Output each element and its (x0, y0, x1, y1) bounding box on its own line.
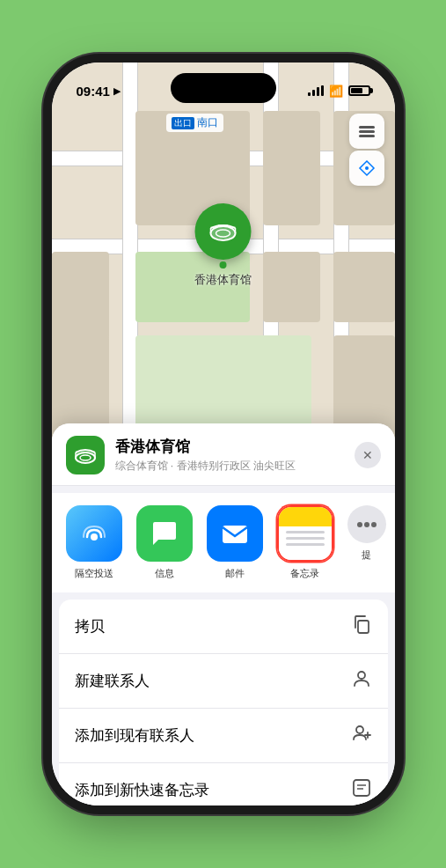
mail-label: 邮件 (225, 567, 245, 580)
venue-info: 香港体育馆 综合体育馆 · 香港特别行政区 油尖旺区 (115, 437, 344, 474)
more-circles-icon (356, 521, 377, 528)
location-arrow-icon (358, 159, 376, 177)
action-add-notes-label: 添加到新快速备忘录 (75, 780, 209, 800)
add-contact-icon (351, 723, 372, 748)
location-icon: ▶ (113, 85, 121, 97)
map-block2 (263, 111, 320, 225)
wifi-icon: 📶 (329, 85, 343, 98)
notes-icon-bg (279, 507, 332, 560)
svg-point-20 (358, 672, 365, 679)
venue-name: 香港体育馆 (115, 437, 344, 457)
svg-point-3 (365, 166, 369, 170)
svg-rect-9 (218, 224, 229, 226)
map-label-badge: 出口 (172, 117, 194, 129)
airdrop-label: 隔空投送 (75, 567, 113, 580)
svg-rect-19 (358, 621, 369, 633)
share-more[interactable]: 提 (347, 505, 386, 562)
notes-line-1 (286, 531, 325, 533)
share-mail[interactable]: 邮件 (207, 505, 263, 580)
location-pin: 香港体育馆 (194, 203, 252, 288)
share-message[interactable]: 信息 (136, 505, 193, 580)
close-button[interactable]: ✕ (355, 442, 381, 468)
copy-icon (351, 614, 372, 639)
message-label: 信息 (155, 567, 174, 580)
svg-point-10 (76, 452, 95, 463)
svg-point-11 (80, 455, 91, 460)
pin-dot (220, 261, 227, 268)
map-location-button[interactable] (349, 151, 384, 186)
pin-circle (195, 203, 252, 260)
notes-label: 备忘录 (290, 567, 319, 580)
notes-line-2 (286, 537, 325, 540)
map-controls[interactable] (349, 114, 384, 186)
sheet-header: 香港体育馆 综合体育馆 · 香港特别行政区 油尖旺区 ✕ (52, 423, 395, 486)
map-block6 (333, 252, 395, 322)
dynamic-island (171, 73, 276, 103)
bottom-sheet: 香港体育馆 综合体育馆 · 香港特别行政区 油尖旺区 ✕ 隔空投送 (52, 423, 395, 805)
notes-icon-outer (277, 505, 333, 562)
new-contact-icon (351, 668, 372, 694)
pin-label: 香港体育馆 (194, 272, 252, 288)
map-area: 出口 南口 (52, 63, 395, 450)
svg-point-14 (91, 533, 98, 541)
share-notes[interactable]: 备忘录 (277, 505, 333, 580)
signal-bars-icon (308, 85, 324, 96)
notes-icon-body (279, 526, 332, 560)
mail-envelope-icon (220, 519, 250, 548)
action-new-contact[interactable]: 新建联系人 (59, 654, 388, 709)
stadium-icon (208, 216, 239, 247)
venue-subtitle: 综合体育馆 · 香港特别行政区 油尖旺区 (115, 459, 344, 474)
notes-line-3 (286, 543, 325, 546)
more-dots-icon (347, 505, 386, 543)
action-copy[interactable]: 拷贝 (59, 600, 388, 654)
message-bubble-icon (150, 519, 179, 548)
airdrop-waves-icon (80, 519, 108, 548)
status-icons: 📶 (308, 85, 370, 98)
more-label: 提 (362, 548, 371, 562)
action-list: 拷贝 新建联系人 (59, 600, 388, 805)
svg-point-21 (356, 726, 363, 733)
status-time: 09:41 (77, 84, 110, 99)
message-icon-wrap (136, 505, 193, 562)
action-add-contact-label: 添加到现有联系人 (75, 725, 194, 746)
svg-point-17 (364, 522, 369, 527)
map-block4 (52, 252, 109, 340)
svg-rect-24 (354, 780, 369, 796)
svg-rect-2 (359, 135, 375, 137)
action-add-notes[interactable]: 添加到新快速备忘录 (59, 763, 388, 805)
action-add-contact[interactable]: 添加到现有联系人 (59, 709, 388, 763)
action-new-contact-label: 新建联系人 (75, 671, 150, 691)
battery-icon (348, 85, 370, 96)
add-notes-icon (351, 777, 372, 803)
map-block5 (263, 252, 320, 322)
svg-rect-0 (359, 126, 375, 129)
action-copy-label: 拷贝 (75, 616, 105, 636)
venue-icon (66, 436, 105, 474)
svg-rect-15 (223, 526, 247, 543)
map-layers-icon (357, 121, 377, 141)
mail-icon-wrap (207, 505, 263, 562)
svg-rect-1 (359, 130, 375, 133)
venue-stadium-icon (73, 443, 98, 467)
phone-frame: 09:41 ▶ 📶 (52, 63, 395, 805)
share-airdrop[interactable]: 隔空投送 (66, 505, 122, 580)
notes-icon-top (279, 507, 332, 526)
airdrop-icon (66, 505, 122, 562)
map-label: 出口 南口 (166, 114, 223, 132)
svg-point-16 (357, 522, 362, 527)
svg-point-18 (371, 522, 377, 527)
share-actions-row: 隔空投送 信息 邮件 (52, 493, 395, 592)
map-layers-button[interactable] (349, 114, 384, 149)
map-label-text: 南口 (197, 115, 218, 130)
